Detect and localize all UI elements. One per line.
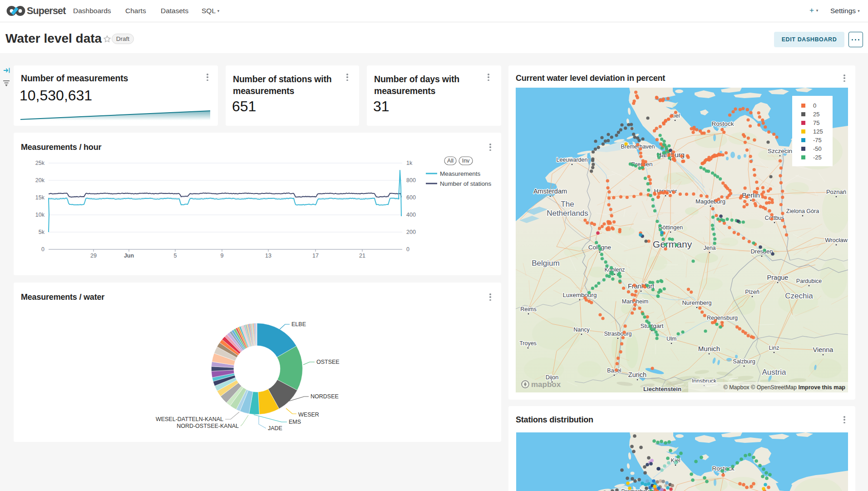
svg-text:Ulm: Ulm xyxy=(666,336,676,342)
svg-text:All: All xyxy=(447,158,454,164)
svg-text:-50: -50 xyxy=(813,145,822,152)
svg-text:Dijon: Dijon xyxy=(546,374,559,381)
svg-text:5: 5 xyxy=(174,253,177,259)
svg-text:Leeuwarden: Leeuwarden xyxy=(557,157,588,163)
svg-text:Liechtenstein: Liechtenstein xyxy=(643,386,681,392)
svg-text:© Mapbox © OpenStreetMap Impro: © Mapbox © OpenStreetMap Improve this ma… xyxy=(723,384,845,391)
svg-text:Basel: Basel xyxy=(607,367,621,374)
svg-text:Number of stations: Number of stations xyxy=(440,180,492,187)
svg-text:75: 75 xyxy=(813,119,819,126)
svg-text:JADE: JADE xyxy=(268,425,282,431)
svg-text:800: 800 xyxy=(406,177,416,184)
svg-text:Prague: Prague xyxy=(767,274,789,281)
svg-text:20k: 20k xyxy=(35,177,45,184)
svg-text:Netherlands: Netherlands xyxy=(547,209,588,218)
svg-text:Göttingen: Göttingen xyxy=(658,224,683,231)
svg-text:Luxembourg: Luxembourg xyxy=(562,292,597,298)
svg-text:-25: -25 xyxy=(813,154,822,161)
svg-text:25k: 25k xyxy=(35,160,45,166)
svg-text:Plzeň: Plzeň xyxy=(745,289,759,295)
svg-text:400: 400 xyxy=(406,212,416,218)
svg-text:13: 13 xyxy=(265,253,271,259)
svg-text:Zielona Góra: Zielona Góra xyxy=(786,208,819,214)
svg-text:Austria: Austria xyxy=(762,368,786,377)
svg-text:The: The xyxy=(561,200,574,208)
svg-text:WESER: WESER xyxy=(298,412,319,418)
svg-text:Koblenz: Koblenz xyxy=(604,267,625,273)
svg-text:Munich: Munich xyxy=(698,345,720,352)
svg-text:125: 125 xyxy=(813,128,823,135)
svg-text:Nuremberg: Nuremberg xyxy=(682,299,711,306)
svg-text:mapbox: mapbox xyxy=(531,380,561,389)
svg-text:Inv: Inv xyxy=(462,158,470,164)
svg-text:ELBE: ELBE xyxy=(291,321,306,327)
svg-text:Belgium: Belgium xyxy=(532,259,559,268)
svg-text:Troyes: Troyes xyxy=(519,340,537,347)
svg-text:Nancy: Nancy xyxy=(573,327,590,333)
svg-text:200: 200 xyxy=(406,229,416,235)
svg-text:Vienna: Vienna xyxy=(813,346,834,353)
svg-text:Czechia: Czechia xyxy=(785,292,813,300)
svg-text:Wrocław: Wrocław xyxy=(825,237,848,243)
svg-text:NORDSEE: NORDSEE xyxy=(311,393,339,400)
svg-text:Rostock: Rostock xyxy=(712,120,734,127)
svg-text:0: 0 xyxy=(41,246,44,253)
svg-text:Linz: Linz xyxy=(769,345,779,351)
svg-text:1k: 1k xyxy=(406,160,413,166)
svg-text:NORD-OSTSEE-KANAL: NORD-OSTSEE-KANAL xyxy=(177,423,239,429)
svg-text:600: 600 xyxy=(406,194,416,201)
svg-text:Amsterdam: Amsterdam xyxy=(533,188,567,195)
svg-text:29: 29 xyxy=(90,253,97,259)
svg-text:Salzburg: Salzburg xyxy=(733,358,755,365)
svg-text:25: 25 xyxy=(813,111,819,118)
svg-text:Reims: Reims xyxy=(520,306,536,312)
svg-text:15k: 15k xyxy=(35,194,45,201)
svg-text:17: 17 xyxy=(312,253,319,259)
svg-text:WESEL-DATTELN-KANAL: WESEL-DATTELN-KANAL xyxy=(156,416,223,422)
svg-text:Regensburg: Regensburg xyxy=(707,315,738,321)
svg-text:Measurements: Measurements xyxy=(440,170,481,177)
svg-text:Strasbourg: Strasbourg xyxy=(604,331,631,337)
svg-text:-75: -75 xyxy=(813,137,822,144)
svg-text:10k: 10k xyxy=(35,212,45,218)
svg-text:Dresden: Dresden xyxy=(750,248,773,255)
svg-text:0: 0 xyxy=(813,102,816,109)
svg-text:Poznań: Poznań xyxy=(826,188,846,195)
svg-text:21: 21 xyxy=(359,253,365,259)
svg-text:Jun: Jun xyxy=(124,253,134,259)
svg-text:5k: 5k xyxy=(39,229,45,235)
svg-text:Jena: Jena xyxy=(703,245,715,251)
svg-text:Pardubice: Pardubice xyxy=(796,278,822,284)
svg-text:0: 0 xyxy=(406,246,409,253)
svg-text:EMS: EMS xyxy=(289,419,301,425)
svg-text:9: 9 xyxy=(221,253,224,259)
svg-text:Magdeburg: Magdeburg xyxy=(695,198,725,205)
svg-text:Szczecin: Szczecin xyxy=(768,148,792,154)
svg-text:OSTSEE: OSTSEE xyxy=(316,359,340,365)
svg-text:Zurich: Zurich xyxy=(628,371,646,378)
